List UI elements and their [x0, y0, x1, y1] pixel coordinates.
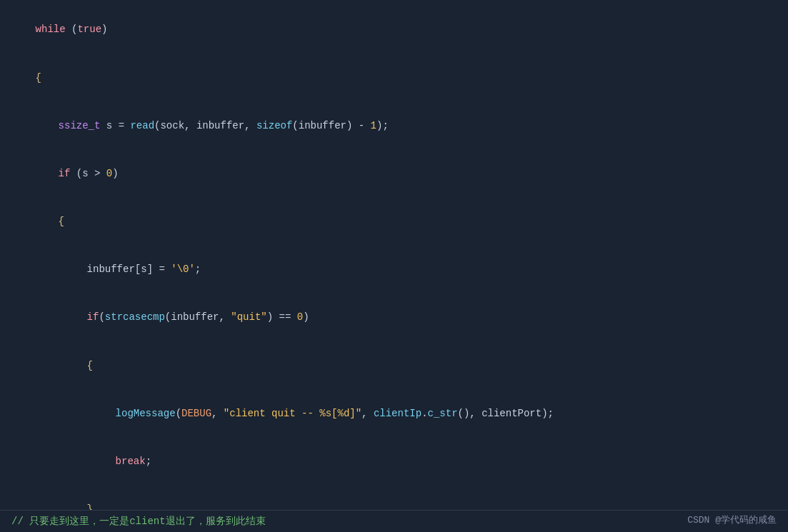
footer-brand: CSDN @学代码的咸鱼 — [687, 513, 777, 528]
code-line-6: inbuffer[s] = '\0'; — [0, 246, 788, 293]
code-line-7: if(strcasecmp(inbuffer, "quit") == 0) — [0, 293, 788, 341]
code-line-2: { — [0, 54, 788, 101]
code-line-5: { — [0, 198, 788, 246]
code-line-8: { — [0, 341, 788, 389]
code-line-1: while (true) — [0, 6, 788, 54]
code-line-9: logMessage(DEBUG, "client quit -- %s[%d]… — [0, 389, 788, 437]
code-line-3: ssize_t s = read(sock, inbuffer, sizeof(… — [0, 101, 788, 149]
footer-bar: // 只要走到这里，一定是client退出了，服务到此结束 CSDN @学代码的… — [0, 510, 788, 532]
code-line-4: if (s > 0) — [0, 150, 788, 198]
code-line-10: break; — [0, 438, 788, 486]
code-container: while (true) { ssize_t s = read(sock, in… — [0, 0, 788, 532]
fn-read: read — [130, 120, 154, 131]
type-ssize_t: ssize_t — [59, 120, 101, 131]
keyword-while: while — [36, 24, 66, 35]
keyword-true: true — [77, 24, 101, 35]
footer-comment: // 只要走到这里，一定是client退出了，服务到此结束 — [11, 513, 266, 529]
